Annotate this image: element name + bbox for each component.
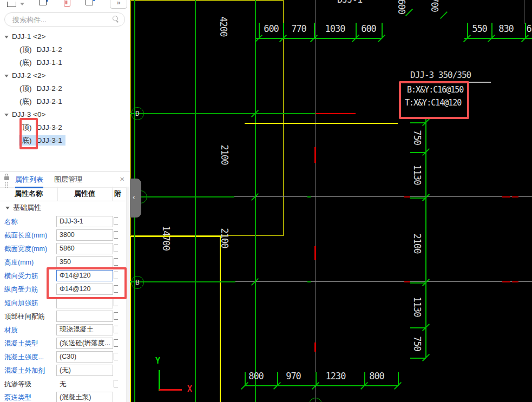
dim-ext-line [491,23,492,38]
property-value-input[interactable]: 现浇混凝土 [56,324,113,335]
red-dash [502,281,510,282]
foundation-outline-inner[interactable] [130,236,221,402]
property-value-input[interactable]: DJJ-3-1 [56,216,113,227]
property-value-input[interactable] [56,311,113,322]
grid-line-C-gray [234,196,532,197]
grid-line-vertical [195,0,196,402]
tree-item-DJJ-2-2[interactable]: (顶)DJJ-2-2 [0,82,126,95]
red-segment-D [316,113,356,114]
dim-label-rotated: 700 [429,0,440,12]
property-value-text: 无 [60,380,67,389]
axis-line-top-right [524,0,524,24]
property-label: 混凝土外加剂 [4,366,45,375]
attach-checkbox[interactable] [114,326,118,333]
attach-checkbox[interactable] [114,353,118,360]
tree-item-DJJ-2-1[interactable]: (底)DJJ-2-1 [0,95,126,108]
attach-checkbox[interactable] [114,245,118,252]
dim-line-top [256,38,382,39]
property-label: 混凝土强度... [4,353,44,362]
red-centerline-dash [314,246,316,260]
attach-checkbox[interactable] [114,218,118,225]
tree-group-0[interactable]: DJJ-1 <2> [0,30,126,43]
attach-checkbox[interactable] [114,231,118,239]
property-row-12: 抗渗等级无 [0,377,126,391]
collapse-chevron-icon: ‹ [133,193,135,201]
property-label: 抗渗等级 [4,380,31,389]
property-label: 高度(mm) [4,258,34,267]
search-placeholder: 搜索构件... [12,15,47,25]
dim-label-top: 600 [358,23,379,34]
drawing-canvas[interactable]: DJJ-1DB‹60077010306005508306600700800970… [130,0,532,402]
grid-bubble-B[interactable]: B [131,276,144,289]
dim-line-bottom [245,385,398,386]
attach-checkbox[interactable] [114,380,118,387]
property-value-input[interactable]: (无) [56,365,113,376]
tree-item-DJJ-1-2[interactable]: (顶)DJJ-1-2 [0,43,126,56]
red-centerline-dash [314,147,316,163]
tree-caret-icon[interactable] [4,114,9,116]
toolbar-expand-button[interactable]: » [110,0,127,9]
property-value-input[interactable]: 5860 [56,243,113,254]
dim-ext-line [283,23,284,38]
markup-box-annotation [399,81,469,119]
property-value-input[interactable]: 3800 [56,229,113,241]
tree-item-prefix: (顶) [19,84,32,93]
attach-checkbox[interactable] [114,258,118,266]
property-row-10: 混凝土强度...(C30) [0,350,126,364]
search-input[interactable]: 搜索构件... [4,12,125,27]
red-dash [512,196,518,197]
tab-layer-manager[interactable]: 图层管理 [54,172,82,187]
attach-checkbox[interactable] [114,312,118,320]
dim-label-left: 4200 [218,17,229,37]
rectangle-tool-icon[interactable] [7,2,16,10]
property-label: 混凝土类型 [4,339,38,348]
dim-line-right [425,118,426,358]
tree-item-DJJ-1-1[interactable]: (底)DJJ-1-1 [0,56,126,69]
tree-caret-icon[interactable] [4,36,9,38]
dim-label-left: 14700 [161,226,172,251]
grid-line-B-gray [235,281,532,282]
dim-ext-line [410,197,426,199]
foundation-block-top-label: DJJ-1 [337,0,362,5]
tab-property-list[interactable]: 属性列表 [15,172,43,188]
drag-grip-icon[interactable] [5,182,6,183]
tree-item-prefix: (顶) [19,45,32,54]
property-value-input[interactable]: (混凝土泵) [56,392,113,402]
panel-scrollbar[interactable] [126,187,130,402]
property-value-input[interactable]: (泵送砼(坍落度... [56,338,113,349]
lock-icon[interactable] [4,176,9,180]
sidebar: » 搜索构件... DJJ-1 <2>(顶)DJJ-1-2(底)DJJ-1-1D… [0,0,130,402]
red-dash [502,196,510,197]
section-basic-properties[interactable]: 基础属性 [0,201,126,214]
property-row-2: 截面宽度(mm)5860 [0,242,126,255]
ucs-x-axis [159,389,182,391]
property-label: 截面宽度(mm) [4,245,47,254]
attach-checkbox[interactable] [114,299,118,306]
dim-label-right: 1130 [412,297,423,317]
attach-checkbox[interactable] [114,339,118,347]
property-label: 名称 [4,218,18,227]
dim-line-top-right [464,38,532,39]
dim-label-right: 750 [412,336,423,351]
tree-item-DJJ-3-1[interactable]: (底)DJJ-3-1 [0,134,126,147]
grid-bubble-bottom-partial[interactable] [309,398,322,402]
tree-caret-icon[interactable] [4,75,9,77]
tree-group-2[interactable]: DJJ-3 <0> [0,108,126,121]
tree-item-DJJ-3-2[interactable]: (顶)DJJ-3-2 [0,121,126,134]
dim-tick-icon [440,11,448,19]
sidebar-collapse-handle[interactable]: ‹ [130,179,141,218]
grid-bubble-D[interactable]: D [131,107,144,120]
tree-group-1[interactable]: DJJ-2 <2> [0,69,126,82]
close-icon[interactable]: × [120,174,124,183]
dim-label-right: 2100 [412,234,423,254]
dim-label-top-right: 550 [469,23,490,34]
dropdown-caret-icon[interactable] [20,3,24,11]
dim-label-top: 770 [288,23,310,34]
property-value-input[interactable]: 350 [56,256,113,268]
annotation-title: DJJ-3 350/350 [410,70,471,80]
property-panel-header: 属性列表 图层管理 × [0,172,130,188]
dim-ext-line [314,23,315,38]
ucs-x-label: X [187,384,192,394]
dim-label-left: 2100 [219,228,230,248]
property-value-input[interactable]: (C30) [56,351,113,363]
